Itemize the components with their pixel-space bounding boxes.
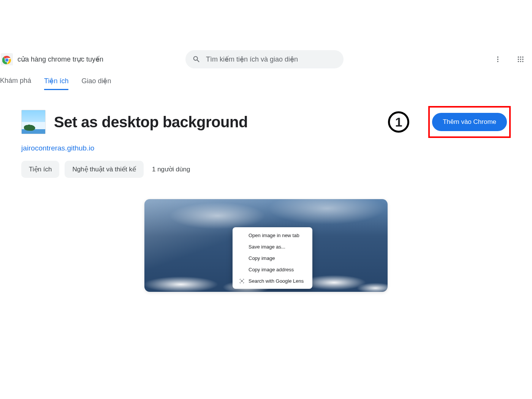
ctx-search-google-lens[interactable]: Search with Google Lens <box>233 275 312 287</box>
svg-point-3 <box>497 57 498 58</box>
extension-title: Set as desktop background <box>54 114 248 131</box>
svg-point-15 <box>241 280 242 282</box>
annotation-step-1: 1 <box>388 111 409 133</box>
blank-icon <box>239 255 245 261</box>
developer-link[interactable]: jairocontreras.github.io <box>21 144 94 152</box>
chip-category[interactable]: Nghệ thuật và thiết kế <box>65 161 144 178</box>
google-lens-icon <box>239 278 245 284</box>
ctx-copy-image[interactable]: Copy image <box>233 252 312 264</box>
user-count: 1 người dùng <box>152 165 190 173</box>
ctx-open-new-tab[interactable]: Open image in new tab <box>233 230 312 241</box>
extension-header: Set as desktop background 1 Thêm vào Chr… <box>0 90 532 138</box>
svg-point-12 <box>518 61 519 62</box>
extension-screenshot: Open image in new tab Save image as... C… <box>144 199 388 292</box>
svg-point-6 <box>518 57 519 58</box>
svg-point-10 <box>520 59 521 60</box>
search-input[interactable] <box>206 55 337 63</box>
search-icon <box>192 55 201 63</box>
svg-point-11 <box>522 59 523 60</box>
blank-icon <box>239 232 245 238</box>
ctx-label: Copy image <box>249 255 275 261</box>
svg-point-5 <box>497 61 498 62</box>
store-header: cửa hàng chrome trực tuyến <box>0 49 532 70</box>
add-to-chrome-button[interactable]: Thêm vào Chrome <box>432 113 507 131</box>
extension-meta: jairocontreras.github.io Tiện ích Nghệ t… <box>0 138 532 178</box>
svg-point-14 <box>522 61 523 62</box>
ctx-label: Copy image address <box>249 267 294 272</box>
svg-point-4 <box>497 59 498 60</box>
ctx-save-image-as[interactable]: Save image as... <box>233 241 312 252</box>
context-menu: Open image in new tab Save image as... C… <box>233 227 312 289</box>
tab-themes[interactable]: Giao diện <box>81 77 111 90</box>
svg-point-9 <box>518 59 519 60</box>
extension-icon <box>21 110 46 134</box>
ctx-label: Search with Google Lens <box>249 278 304 284</box>
tab-extensions[interactable]: Tiện ích <box>44 77 68 90</box>
store-brand[interactable]: cửa hàng chrome trực tuyến <box>1 53 107 65</box>
chrome-webstore-logo-icon <box>1 53 13 65</box>
search-bar[interactable] <box>185 50 344 68</box>
blank-icon <box>239 244 245 250</box>
apps-grid-button[interactable] <box>513 52 528 67</box>
nav-tabs: Khám phá Tiện ích Giao diện <box>0 70 532 90</box>
ctx-label: Open image in new tab <box>249 233 299 238</box>
annotation-highlight-box: Thêm vào Chrome <box>428 106 511 138</box>
ctx-label: Save image as... <box>249 244 285 250</box>
svg-point-13 <box>520 61 521 62</box>
svg-point-8 <box>522 57 523 58</box>
ctx-copy-image-address[interactable]: Copy image address <box>233 264 312 275</box>
svg-point-7 <box>520 57 521 58</box>
tab-discover[interactable]: Khám phá <box>0 77 31 90</box>
svg-point-2 <box>5 59 9 62</box>
chip-type[interactable]: Tiện ích <box>21 161 59 178</box>
store-title: cửa hàng chrome trực tuyến <box>17 55 103 63</box>
more-menu-button[interactable] <box>490 52 505 67</box>
blank-icon <box>239 266 245 272</box>
